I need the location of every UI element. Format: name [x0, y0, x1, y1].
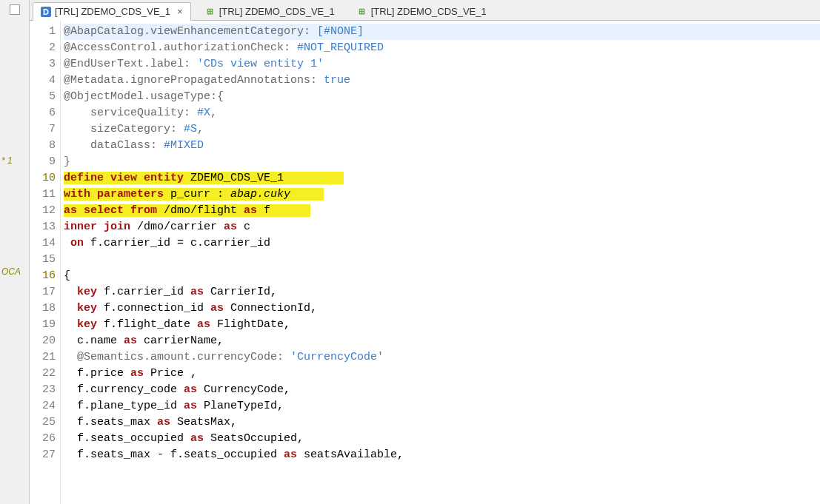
editor-tab-2[interactable]: ⊞[TRL] ZDEMO_CDS_VE_1	[349, 2, 495, 20]
code-line[interactable]: }	[64, 154, 820, 170]
line-number: 3	[30, 56, 56, 73]
line-number: 25	[30, 414, 56, 431]
line-number: 19	[30, 317, 56, 333]
code-line[interactable]: @Semantics.amount.currencyCode: 'Currenc…	[64, 349, 820, 366]
line-number: 27	[30, 447, 56, 463]
line-number: 2	[30, 40, 56, 56]
minimize-icon[interactable]	[10, 4, 20, 15]
code-line[interactable]: key f.carrier_id as CarrierId,	[64, 284, 820, 300]
line-number: 14	[30, 235, 56, 252]
editor-tab-0[interactable]: D[TRL] ZDEMO_CDS_VE_1×	[33, 2, 191, 21]
code-line[interactable]: f.seats_max - f.seats_occupied as seatsA…	[64, 447, 820, 463]
code-line[interactable]: @Metadata.ignorePropagatedAnnotations: t…	[64, 73, 820, 89]
code-line[interactable]: f.currency_code as CurrencyCode,	[64, 382, 820, 398]
code-line[interactable]: @AbapCatalog.viewEnhancementCategory: [#…	[64, 24, 820, 40]
code-line[interactable]: @ObjectModel.usageType:{	[64, 89, 820, 105]
tab-icon: D	[41, 7, 51, 17]
editor-pane: 1234567891011121314151617181920212223242…	[30, 21, 820, 504]
line-number: 24	[30, 398, 56, 414]
line-number: 22	[30, 366, 56, 382]
line-number: 4	[30, 73, 56, 89]
code-line[interactable]: dataClass: #MIXED	[64, 138, 820, 154]
line-number: 7	[30, 121, 56, 138]
code-line[interactable]: f.plane_type_id as PlaneTypeId,	[64, 398, 820, 414]
code-line[interactable]: inner join /dmo/carrier as c	[64, 219, 820, 235]
tab-label: [TRL] ZDEMO_CDS_VE_1	[371, 6, 487, 17]
side-label-1: * 1	[1, 155, 13, 166]
line-number: 13	[30, 219, 56, 235]
code-line[interactable]: define view entity ZDEMO_CDS_VE_1	[64, 170, 820, 187]
code-line[interactable]: @AccessControl.authorizationCheck: #NOT_…	[64, 40, 820, 56]
line-number: 18	[30, 300, 56, 317]
ide-left-gutter: * 1 OCA	[0, 0, 30, 504]
tab-label: [TRL] ZDEMO_CDS_VE_1	[219, 6, 335, 17]
code-line[interactable]: @EndUserText.label: 'CDs view entity 1'	[64, 56, 820, 73]
tab-icon: ⊞	[205, 7, 216, 17]
code-area[interactable]: @AbapCatalog.viewEnhancementCategory: [#…	[61, 21, 820, 504]
line-number: 20	[30, 333, 56, 349]
line-number: 16	[30, 268, 56, 284]
code-line[interactable]	[64, 252, 820, 268]
code-line[interactable]: on f.carrier_id = c.carrier_id	[64, 235, 820, 252]
line-number: 17	[30, 284, 56, 300]
line-number: 5	[30, 89, 56, 105]
editor-main: D[TRL] ZDEMO_CDS_VE_1×⊞[TRL] ZDEMO_CDS_V…	[30, 0, 820, 504]
code-line[interactable]: f.seats_occupied as SeatsOccupied,	[64, 431, 820, 447]
code-line[interactable]: serviceQuality: #X,	[64, 105, 820, 121]
line-number: 6	[30, 105, 56, 121]
line-number: 8	[30, 138, 56, 154]
code-line[interactable]: key f.flight_date as FlightDate,	[64, 317, 820, 333]
code-line[interactable]: with parameters p_curr : abap.cuky	[64, 187, 820, 203]
editor-tab-1[interactable]: ⊞[TRL] ZDEMO_CDS_VE_1	[197, 2, 343, 20]
code-line[interactable]: {	[64, 268, 820, 284]
editor-tabs: D[TRL] ZDEMO_CDS_VE_1×⊞[TRL] ZDEMO_CDS_V…	[30, 0, 820, 21]
tab-label: [TRL] ZDEMO_CDS_VE_1	[55, 6, 170, 17]
side-label-2: OCA	[1, 266, 21, 277]
code-line[interactable]: c.name as carrierName,	[64, 333, 820, 349]
code-line[interactable]: f.price as Price ,	[64, 366, 820, 382]
line-number: 26	[30, 431, 56, 447]
line-number: 15	[30, 252, 56, 268]
line-number: 12	[30, 203, 56, 219]
code-line[interactable]: f.seats_max as SeatsMax,	[64, 414, 820, 431]
code-line[interactable]: sizeCategory: #S,	[64, 121, 820, 138]
line-number: 21	[30, 349, 56, 366]
line-number: 10	[30, 170, 56, 187]
line-number: 23	[30, 382, 56, 398]
line-number: 1	[30, 24, 56, 40]
code-line[interactable]: as select from /dmo/flight as f	[64, 203, 820, 219]
line-number: 11	[30, 187, 56, 203]
code-line[interactable]: key f.connection_id as ConnectionId,	[64, 300, 820, 317]
line-number-gutter: 1234567891011121314151617181920212223242…	[30, 21, 61, 504]
line-number: 9	[30, 154, 56, 170]
tab-close-icon[interactable]: ×	[177, 6, 183, 17]
tab-icon: ⊞	[357, 7, 367, 17]
